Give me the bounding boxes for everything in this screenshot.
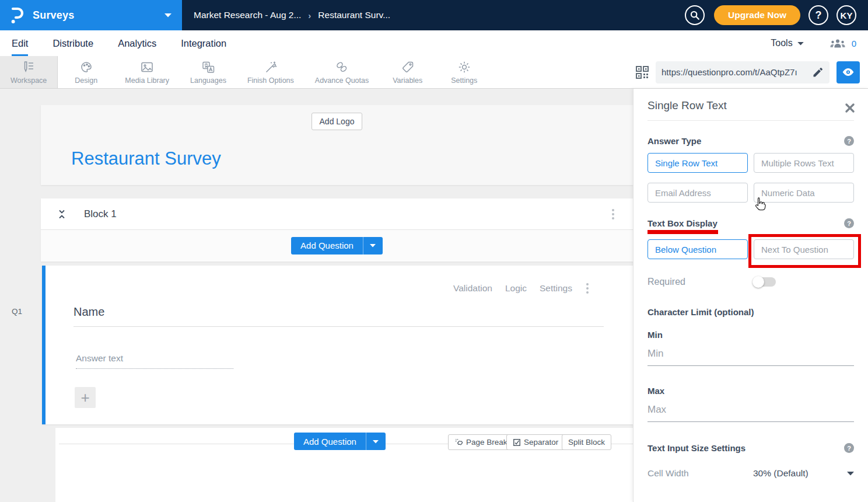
question-id-badge: Q1 — [12, 307, 22, 316]
cell-width-select[interactable]: Cell Width 30% (Default) — [648, 468, 854, 479]
checkbox-icon — [513, 438, 521, 447]
display-below-question[interactable]: Below Question — [648, 239, 748, 259]
cell-width-value: 30% (Default) — [753, 468, 808, 479]
footer-add-question-dropdown[interactable] — [366, 433, 386, 450]
product-switcher[interactable]: Surveys — [0, 0, 182, 30]
product-label: Surveys — [33, 9, 74, 22]
tab-analytics[interactable]: Analytics — [118, 30, 156, 56]
add-logo-button[interactable]: Add Logo — [312, 113, 363, 130]
display-next-to-question[interactable]: Next To Question — [754, 239, 854, 259]
split-block-button[interactable]: Split Block — [562, 434, 611, 450]
upgrade-now-button[interactable]: Upgrade Now — [714, 5, 800, 25]
chevron-down-icon[interactable] — [797, 41, 804, 46]
question-logic-link[interactable]: Logic — [505, 283, 527, 294]
chevron-down-icon[interactable] — [164, 13, 172, 18]
block-menu-icon[interactable] — [610, 207, 617, 222]
add-question-split-button: Add Question — [291, 237, 383, 255]
footer-add-question-split-button: Add Question — [294, 433, 386, 450]
min-input[interactable] — [648, 340, 854, 366]
chevron-down-icon[interactable] — [847, 471, 854, 476]
page-break-label: Page Break — [466, 438, 508, 447]
question-validation-link[interactable]: Validation — [453, 283, 492, 294]
character-limit-label: Character Limit (optional) — [648, 307, 854, 317]
max-label: Max — [648, 386, 854, 396]
add-question-dropdown[interactable] — [363, 237, 383, 255]
breadcrumb-current[interactable]: Restaurant Surv... — [318, 10, 390, 20]
collaborators-icon[interactable] — [830, 38, 846, 48]
answer-text-input[interactable] — [76, 351, 233, 369]
toolbar-item-settings[interactable]: Settings — [436, 56, 492, 88]
question-menu-icon[interactable] — [584, 281, 591, 296]
footer-add-question-button[interactable]: Add Question — [294, 433, 366, 450]
tab-edit[interactable]: Edit — [12, 30, 28, 56]
survey-title[interactable]: Restaurant Survey — [71, 148, 221, 169]
gear-icon — [457, 60, 471, 74]
survey-url-input[interactable] — [662, 67, 812, 77]
magic-wand-icon — [264, 60, 278, 74]
text-input-size-label: Text Input Size Settings — [648, 443, 746, 453]
search-button[interactable] — [685, 5, 705, 25]
answer-type-multiple-rows[interactable]: Multiple Rows Text — [754, 153, 854, 173]
answer-type-email[interactable]: Email Address — [648, 183, 748, 203]
tag-icon — [401, 60, 415, 74]
answer-type-label: Answer Type — [648, 136, 701, 146]
separator-button[interactable]: Separator — [506, 434, 565, 450]
add-option-button[interactable]: + — [75, 387, 96, 408]
help-button[interactable]: ? — [808, 5, 828, 25]
panel-title: Single Row Text — [648, 99, 854, 112]
tools-menu[interactable]: Tools — [771, 38, 792, 48]
required-toggle[interactable] — [754, 277, 776, 287]
max-input[interactable] — [648, 396, 854, 422]
add-question-button[interactable]: Add Question — [291, 237, 363, 255]
block-title[interactable]: Block 1 — [84, 208, 117, 220]
min-label: Min — [648, 330, 854, 340]
edit-pencil-icon[interactable] — [812, 67, 824, 78]
help-icon[interactable]: ? — [844, 136, 854, 146]
split-block-label: Split Block — [568, 438, 605, 447]
breadcrumb-parent[interactable]: Market Research - Aug 2... — [194, 10, 301, 20]
toolbar-item-label: Design — [75, 76, 97, 85]
chain-links-icon — [334, 60, 349, 74]
toolbar-item-media-library[interactable]: Media Library — [114, 56, 180, 88]
survey-canvas: Add Logo Restaurant Survey Block 1 Add Q… — [0, 89, 633, 502]
question-settings-link[interactable]: Settings — [540, 283, 572, 294]
toolbar-item-workspace[interactable]: Workspace — [0, 56, 58, 88]
survey-header-card: Add Logo Restaurant Survey — [41, 105, 633, 185]
panel-divider — [648, 120, 854, 121]
block-footer: Add Question Page Break Separator Split … — [55, 428, 633, 502]
toolbar-item-variables[interactable]: Variables — [379, 56, 436, 88]
page-break-icon — [454, 438, 463, 447]
separator-label: Separator — [524, 438, 558, 447]
text-box-display-label: Text Box Display — [648, 218, 718, 228]
question-title-divider — [74, 326, 604, 327]
preview-button[interactable] — [836, 61, 860, 83]
toolbar-item-label: Advance Quotas — [315, 76, 369, 85]
collapse-block-icon[interactable] — [57, 209, 66, 219]
tab-integration[interactable]: Integration — [181, 30, 226, 56]
answer-type-numeric[interactable]: Numeric Data — [754, 183, 854, 203]
help-icon[interactable]: ? — [844, 443, 854, 453]
toolbar-item-label: Media Library — [125, 76, 169, 85]
answer-type-single-row[interactable]: Single Row Text — [648, 153, 748, 173]
question-title[interactable]: Name — [74, 305, 104, 319]
qr-code-icon[interactable] — [636, 66, 649, 79]
toolbar-item-advance-quotas[interactable]: Advance Quotas — [304, 56, 379, 88]
collaborators-count[interactable]: 0 — [852, 39, 856, 48]
palette-icon — [79, 60, 93, 74]
toolbar-item-languages[interactable]: Languages — [180, 56, 237, 88]
close-icon[interactable] — [845, 103, 855, 113]
help-icon[interactable]: ? — [844, 218, 854, 228]
toolbar: Workspace Design Media Library Languages… — [0, 56, 868, 89]
toolbar-item-label: Settings — [451, 76, 477, 85]
question-card: Validation Logic Settings Name + — [42, 266, 633, 424]
toolbar-item-design[interactable]: Design — [58, 56, 114, 88]
page-break-button[interactable]: Page Break — [448, 434, 514, 450]
required-label: Required — [648, 277, 754, 287]
tab-distribute[interactable]: Distribute — [52, 30, 93, 56]
workspace-icon — [21, 60, 36, 74]
avatar[interactable]: KY — [836, 5, 856, 25]
eye-icon — [842, 68, 855, 76]
toolbar-item-label: Workspace — [10, 76, 47, 85]
toolbar-item-finish-options[interactable]: Finish Options — [237, 56, 304, 88]
survey-url-box — [656, 61, 830, 83]
